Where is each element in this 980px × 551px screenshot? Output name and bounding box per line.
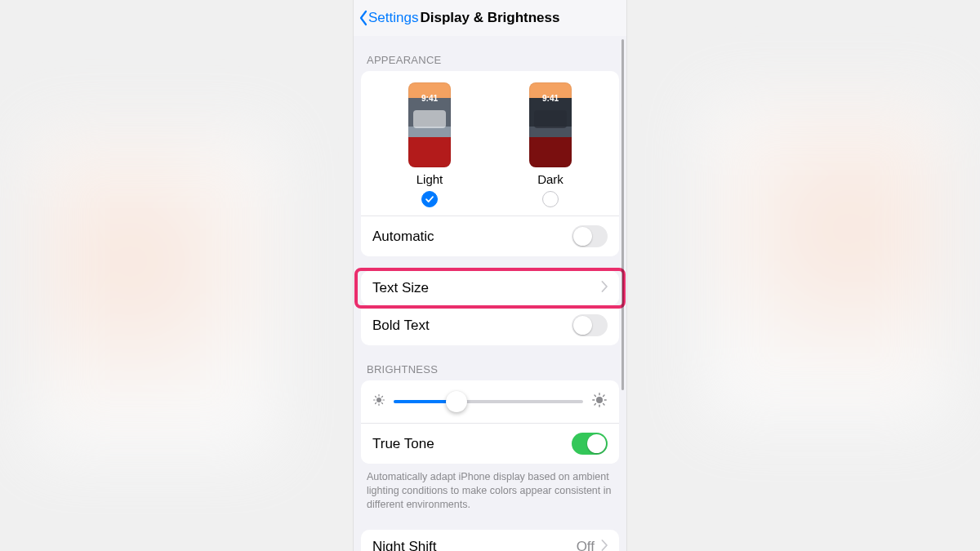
appearance-header: APPEARANCE	[354, 36, 626, 71]
night-shift-value: Off	[577, 539, 595, 551]
appearance-option-label: Dark	[537, 172, 564, 186]
appearance-card: 9:41 Light 9:41 Dark	[361, 71, 619, 256]
nav-bar: Settings Display & Brightness	[354, 0, 626, 36]
dark-preview: 9:41	[529, 82, 572, 167]
chevron-right-icon	[601, 280, 608, 296]
slider-thumb[interactable]	[446, 391, 467, 412]
phone-screen: Settings Display & Brightness APPEARANCE…	[353, 0, 627, 551]
true-tone-label: True Tone	[372, 436, 434, 452]
sun-large-icon	[591, 392, 608, 411]
preview-time: 9:41	[408, 94, 451, 103]
brightness-header: BRIGHTNESS	[354, 345, 626, 380]
appearance-options: 9:41 Light 9:41 Dark	[361, 71, 619, 216]
bold-text-toggle[interactable]	[572, 314, 608, 336]
text-size-row[interactable]: Text Size	[361, 271, 619, 305]
background-blur-left	[33, 131, 278, 457]
true-tone-row: True Tone	[361, 423, 619, 464]
night-shift-label: Night Shift	[372, 539, 436, 551]
checkmark-icon	[425, 194, 434, 204]
brightness-card: True Tone	[361, 380, 619, 464]
preview-time: 9:41	[529, 94, 572, 103]
scroll-indicator	[621, 39, 624, 390]
text-size-label: Text Size	[372, 280, 429, 296]
brightness-slider-row	[361, 380, 619, 423]
automatic-toggle[interactable]	[572, 225, 608, 247]
preview-panel	[534, 110, 567, 128]
night-shift-card: Night Shift Off	[361, 530, 619, 551]
preview-panel	[413, 110, 446, 128]
sun-small-icon	[372, 393, 385, 410]
svg-point-1	[596, 397, 603, 403]
light-preview: 9:41	[408, 82, 451, 167]
svg-point-0	[376, 398, 381, 402]
bold-text-card: Bold Text	[361, 305, 619, 345]
automatic-label: Automatic	[372, 229, 434, 245]
radio-selected[interactable]	[421, 191, 438, 207]
text-size-highlight: Text Size	[358, 271, 622, 305]
brightness-slider[interactable]	[394, 390, 583, 413]
appearance-option-label: Light	[416, 172, 443, 186]
automatic-row: Automatic	[361, 216, 619, 256]
bold-text-label: Bold Text	[372, 318, 430, 334]
bold-text-row: Bold Text	[361, 305, 619, 345]
appearance-option-dark[interactable]: 9:41 Dark	[529, 82, 572, 207]
back-button[interactable]: Settings	[354, 10, 418, 26]
true-tone-toggle[interactable]	[572, 433, 608, 455]
appearance-option-light[interactable]: 9:41 Light	[408, 82, 451, 207]
chevron-left-icon	[359, 10, 368, 26]
content-scroll[interactable]: APPEARANCE 9:41 Light 9:41	[354, 36, 626, 551]
background-blur-right	[702, 98, 947, 424]
radio-unselected[interactable]	[542, 191, 559, 207]
back-label: Settings	[368, 10, 418, 26]
true-tone-note: Automatically adapt iPhone display based…	[354, 464, 626, 512]
night-shift-row[interactable]: Night Shift Off	[361, 530, 619, 551]
chevron-right-icon	[601, 539, 608, 551]
